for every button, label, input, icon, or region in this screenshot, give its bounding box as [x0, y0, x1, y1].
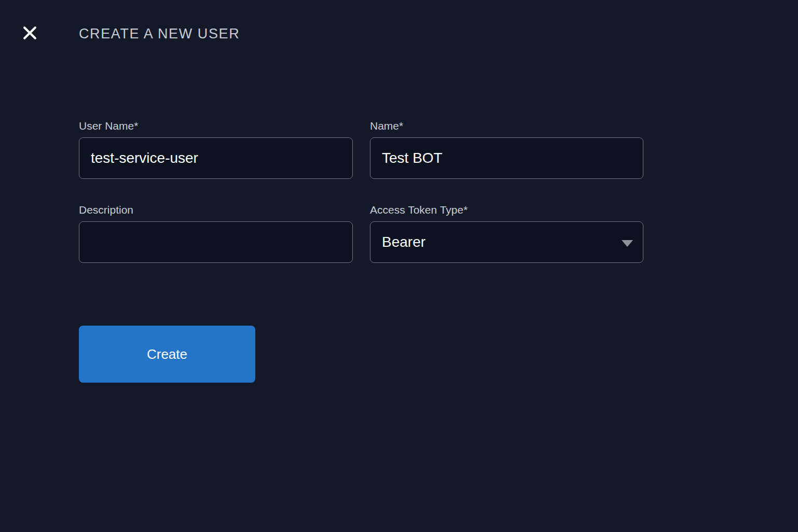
field-name: Name*	[370, 120, 643, 179]
access-token-type-select[interactable]: Bearer	[370, 221, 643, 263]
selected-option-label: Bearer	[382, 234, 425, 250]
field-description: Description	[79, 204, 353, 265]
close-button[interactable]	[20, 23, 39, 43]
chevron-down-icon	[622, 234, 633, 250]
description-input[interactable]	[79, 221, 353, 263]
field-access-token-type: Access Token Type* Bearer	[370, 204, 643, 265]
create-button[interactable]: Create	[79, 326, 255, 383]
user-name-input[interactable]	[79, 137, 353, 179]
name-label: Name*	[370, 120, 643, 132]
close-icon	[21, 24, 38, 41]
required-marker: *	[399, 120, 403, 132]
user-name-label: User Name*	[79, 120, 353, 132]
page-title: CREATE A NEW USER	[79, 25, 240, 42]
access-token-type-label: Access Token Type*	[370, 204, 643, 216]
required-marker: *	[463, 204, 467, 216]
required-marker: *	[134, 120, 138, 132]
field-user-name: User Name*	[79, 120, 353, 179]
name-input[interactable]	[370, 137, 643, 179]
description-label: Description	[79, 204, 353, 216]
create-user-form: User Name* Name* Description Access Toke…	[79, 120, 643, 265]
